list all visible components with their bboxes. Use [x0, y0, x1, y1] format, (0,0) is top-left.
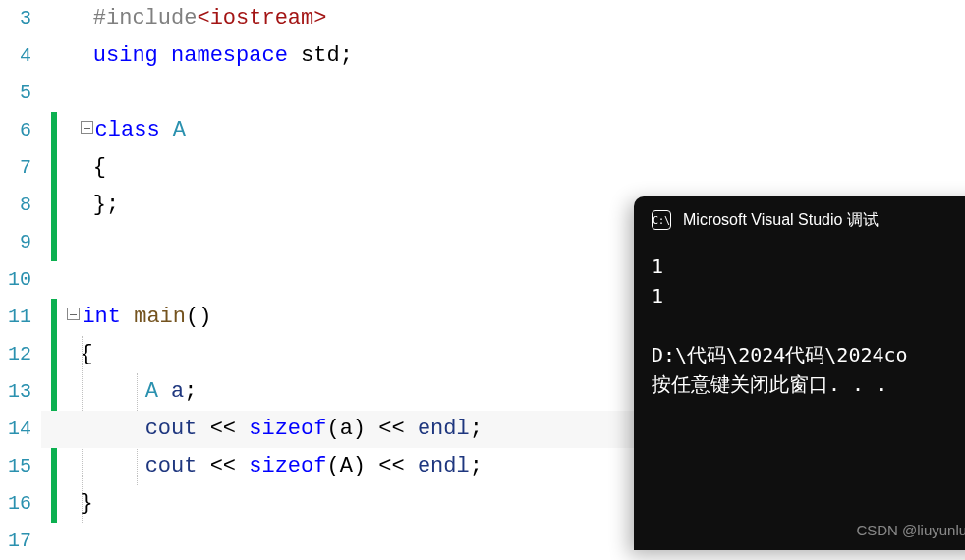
debug-console-window[interactable]: C:\ Microsoft Visual Studio 调试 1 1 D:\代码… — [634, 196, 965, 550]
identifier: cout — [145, 417, 198, 441]
type-name: A — [145, 379, 158, 404]
line-number: 4 — [0, 37, 31, 75]
line-number: 14 — [0, 411, 31, 448]
code-line[interactable]: using namespace std; — [41, 37, 965, 75]
line-number: 12 — [0, 336, 31, 373]
line-number: 8 — [0, 187, 31, 224]
brace: }; — [93, 193, 119, 217]
identifier: endl — [418, 417, 470, 441]
identifier: std — [288, 43, 340, 68]
fold-toggle-icon[interactable] — [67, 308, 80, 320]
keyword: sizeof — [249, 417, 326, 441]
fold-toggle-icon[interactable] — [81, 121, 93, 134]
keyword: using — [93, 43, 158, 68]
operator: << — [197, 417, 249, 441]
semicolon: ; — [470, 454, 482, 478]
parens: () — [186, 305, 211, 329]
brace: } — [81, 491, 93, 516]
identifier: endl — [418, 454, 470, 478]
line-number: 7 — [0, 149, 31, 187]
watermark-text: CSDN @liuyunluoxiao — [856, 522, 965, 538]
line-number: 16 — [0, 485, 31, 523]
code-line[interactable]: { — [41, 149, 965, 187]
line-number: 9 — [0, 224, 31, 261]
line-number: 5 — [0, 75, 31, 112]
args: (a) — [326, 417, 366, 441]
class-name: A — [160, 118, 186, 142]
console-icon: C:\ — [652, 210, 671, 230]
identifier: cout — [145, 454, 198, 478]
variable: a — [158, 379, 184, 404]
keyword: namespace — [171, 43, 288, 68]
keyword: int — [82, 305, 121, 329]
console-output[interactable]: 1 1 D:\代码\2024代码\2024co 按任意键关闭此窗口. . . — [634, 244, 965, 407]
brace: { — [81, 342, 93, 366]
line-number: 15 — [0, 448, 31, 485]
keyword: sizeof — [249, 454, 326, 478]
args: (A) — [326, 454, 366, 478]
operator: << — [197, 454, 249, 478]
operator: << — [366, 417, 418, 441]
semicolon: ; — [470, 417, 482, 441]
keyword: class — [95, 118, 160, 142]
code-line[interactable]: class A — [41, 112, 965, 149]
brace: { — [93, 155, 106, 180]
code-line[interactable] — [41, 75, 965, 112]
function-name: main — [121, 305, 186, 329]
console-title: Microsoft Visual Studio 调试 — [683, 210, 879, 231]
code-line[interactable]: #include<iostream> — [41, 0, 965, 37]
console-icon-text: C:\ — [653, 215, 670, 226]
console-titlebar[interactable]: C:\ Microsoft Visual Studio 调试 — [634, 196, 965, 244]
line-number: 3 — [0, 0, 31, 37]
preprocessor: #include — [93, 6, 198, 30]
line-number: 13 — [0, 373, 31, 411]
semicolon: ; — [184, 379, 197, 404]
line-number-gutter: 3 4 5 6 7 8 9 10 11 12 13 14 15 16 17 — [0, 0, 41, 560]
line-number: 10 — [0, 261, 31, 299]
include-header: <iostream> — [197, 6, 326, 30]
line-number: 11 — [0, 299, 31, 336]
line-number: 6 — [0, 112, 31, 149]
semicolon: ; — [340, 43, 353, 68]
operator: << — [366, 454, 418, 478]
line-number: 17 — [0, 523, 31, 560]
